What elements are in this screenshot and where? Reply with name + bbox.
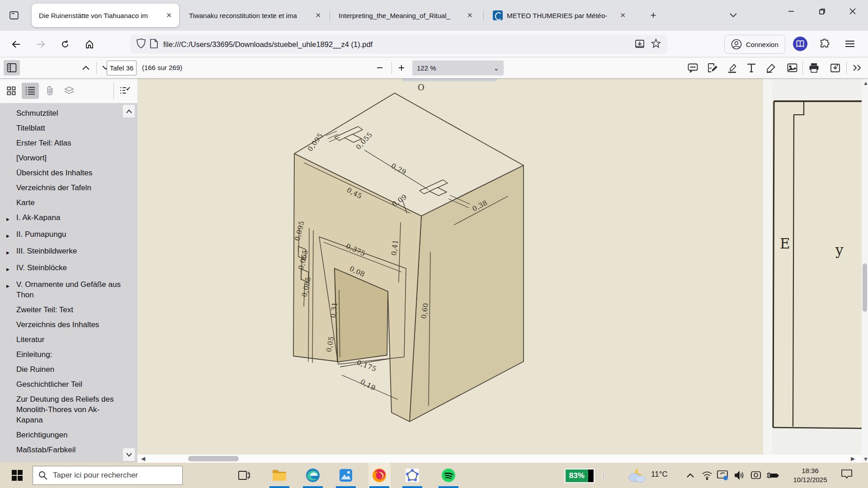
outline-item[interactable]: Maßstab/Farbkeil — [0, 442, 137, 457]
add-image-icon[interactable] — [784, 60, 800, 75]
list-all-tabs-icon[interactable] — [725, 7, 741, 23]
outline-view-icon[interactable] — [22, 83, 39, 99]
outline-item[interactable]: Karte — [0, 195, 137, 210]
outline-item[interactable]: Berichtigungen — [0, 427, 137, 442]
firefox-icon[interactable] — [370, 466, 388, 484]
outline-item[interactable]: ► I. Ak-Kapana — [0, 210, 137, 227]
power-battery-icon[interactable] — [766, 469, 779, 482]
expand-triangle-icon[interactable] — [5, 319, 16, 330]
expand-triangle-icon[interactable] — [5, 123, 16, 133]
tab-close-icon[interactable]: ✕ — [618, 10, 627, 20]
tab-close-icon[interactable]: ✕ — [465, 10, 475, 20]
highlighter-icon[interactable] — [724, 60, 740, 75]
expand-triangle-icon[interactable] — [5, 108, 16, 118]
outline-item[interactable]: Verzeichnis der Tafeln — [0, 180, 137, 195]
tab-close-icon[interactable]: ✕ — [164, 10, 174, 20]
expand-triangle-icon[interactable] — [5, 183, 16, 193]
layers-icon[interactable] — [61, 83, 78, 99]
minimize-button[interactable] — [778, 0, 804, 23]
display-sync-icon[interactable] — [716, 469, 730, 482]
previous-page-icon[interactable] — [78, 60, 94, 75]
tab-tiahuanaco[interactable]: Die Ruinenstätte von Tiahuanaco im ✕ — [32, 4, 179, 27]
outline-item[interactable]: ► III. Steinbildwerke — [0, 244, 137, 260]
add-text-icon[interactable] — [743, 60, 760, 75]
back-icon[interactable] — [8, 36, 24, 52]
download-page-icon[interactable] — [635, 38, 645, 50]
close-window-button[interactable] — [840, 0, 865, 23]
taskbar-search-box[interactable]: Taper ici pour rechercher — [33, 466, 183, 485]
expand-triangle-icon[interactable]: ► — [5, 263, 16, 275]
expand-triangle-icon[interactable] — [5, 153, 16, 163]
outline-scroll-down-icon[interactable] — [123, 448, 135, 461]
thumbnails-view-icon[interactable] — [3, 83, 20, 99]
task-view-button[interactable] — [235, 466, 253, 484]
expand-triangle-icon[interactable] — [5, 394, 16, 425]
battery-percentage-widget[interactable]: 83% — [565, 469, 594, 483]
taskbar-clock[interactable]: 18:36 10/12/2025 — [788, 466, 832, 484]
draw-pen-icon[interactable] — [763, 60, 779, 75]
edge-browser-icon[interactable] — [304, 466, 322, 484]
tab-interpreting[interactable]: Interpreting_the_Meaning_of_Ritual_ ✕ — [331, 4, 482, 27]
expand-triangle-icon[interactable] — [5, 445, 16, 455]
tab-close-icon[interactable]: ✕ — [313, 10, 323, 20]
outline-item[interactable]: Übersicht des Inhaltes — [0, 165, 137, 180]
outline-item[interactable]: Zweiter Teil: Text — [0, 302, 137, 317]
expand-triangle-icon[interactable] — [5, 305, 16, 315]
zoom-in-icon[interactable] — [393, 60, 410, 75]
scroll-left-icon[interactable]: ◀ — [141, 456, 145, 461]
expand-triangle-icon[interactable] — [5, 168, 16, 178]
outline-item[interactable]: Erster Teil: Atlas — [0, 136, 137, 150]
tab-tiwanaku[interactable]: Tiwanaku reconstitution texte et ima ✕ — [182, 4, 328, 27]
scroll-right-icon[interactable]: ▶ — [851, 456, 855, 461]
url-bar[interactable]: file:///C:/Users/33695/Downloads/stuebel… — [130, 35, 667, 54]
home-icon[interactable] — [81, 36, 98, 52]
expand-triangle-icon[interactable]: ► — [5, 212, 16, 225]
outline-scroll-up-icon[interactable] — [123, 105, 135, 117]
forward-icon[interactable] — [33, 36, 49, 52]
bookmark-star-icon[interactable] — [651, 38, 661, 50]
geogebra-icon[interactable] — [403, 466, 421, 484]
expand-triangle-icon[interactable] — [5, 197, 16, 208]
outline-item[interactable]: Zur Deutung des Reliefs des Monolith-Tho… — [0, 392, 137, 427]
weather-moon-cloud-icon[interactable] — [626, 466, 647, 484]
page-number-input[interactable] — [107, 61, 137, 75]
horizontal-scrollbar[interactable]: ◀ ▶ — [137, 455, 862, 463]
notification-center-icon[interactable] — [840, 468, 854, 481]
camera-icon[interactable] — [749, 469, 763, 482]
outline-item[interactable]: Die Ruinen — [0, 362, 137, 377]
photos-app-icon[interactable] — [337, 466, 355, 484]
outline-item[interactable]: Schmutztitel — [0, 106, 137, 121]
save-icon[interactable] — [827, 60, 843, 75]
reader-extension-icon[interactable] — [793, 37, 807, 51]
more-tools-icon[interactable] — [849, 60, 865, 75]
tray-expand-chevron-icon[interactable] — [684, 469, 697, 482]
attachments-icon[interactable] — [42, 83, 59, 99]
outline-item[interactable]: ► II. Pumapungu — [0, 227, 137, 244]
expand-triangle-icon[interactable] — [5, 349, 16, 360]
expand-triangle-icon[interactable] — [5, 430, 16, 440]
wifi-icon[interactable] — [700, 469, 714, 482]
outline-item[interactable]: Literatur — [0, 332, 137, 347]
expand-triangle-icon[interactable] — [5, 138, 16, 148]
menu-hamburger-icon[interactable] — [842, 36, 858, 52]
expand-triangle-icon[interactable] — [5, 334, 16, 345]
vertical-scroll-thumb[interactable] — [863, 263, 867, 312]
zoom-level-select[interactable]: 122 % ⌄ — [412, 61, 504, 75]
signature-icon[interactable] — [704, 60, 721, 75]
start-button[interactable] — [8, 466, 26, 484]
outline-item[interactable]: Einleitung: — [0, 347, 137, 362]
outline-item[interactable]: ► IV. Steinblöcke — [0, 260, 137, 277]
temperature-label[interactable]: 11°C — [651, 470, 668, 479]
expand-triangle-icon[interactable]: ► — [5, 246, 16, 258]
toggle-sidebar-icon[interactable] — [4, 60, 20, 75]
outline-item[interactable]: Verzeichnis des Inhaltes — [0, 317, 137, 332]
expand-triangle-icon[interactable] — [5, 364, 16, 375]
print-icon[interactable] — [806, 60, 822, 75]
tab-meteo[interactable]: METEO THUMERIES par Météo- ✕ — [486, 4, 633, 27]
tracking-shield-icon[interactable] — [137, 38, 146, 50]
file-explorer-icon[interactable] — [270, 466, 288, 484]
reload-icon[interactable] — [57, 36, 73, 52]
outline-item[interactable]: [Vorwort] — [0, 150, 137, 165]
annotation-comment-icon[interactable] — [684, 60, 701, 75]
maximize-button[interactable] — [809, 0, 835, 23]
